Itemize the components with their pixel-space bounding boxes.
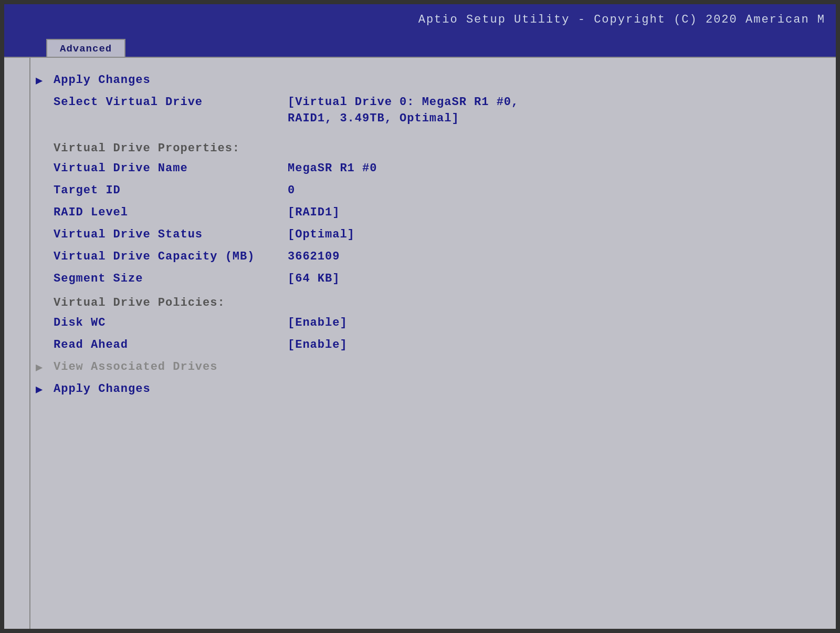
select-virtual-drive-value: [Virtual Drive 0: MegaSR R1 #0, RAID1, 3… [288,95,519,127]
view-associated-drives-arrow: ▶ [36,360,48,375]
apply-changes-top-arrow: ▶ [36,74,48,88]
apply-changes-bottom-item[interactable]: ▶ Apply Changes [36,381,804,401]
raid-level-label: RAID Level [36,205,288,221]
main-area: ▶ Apply Changes Select Virtual Drive [Vi… [4,57,836,629]
virtual-drive-capacity-label: Virtual Drive Capacity (MB) [36,249,288,265]
select-virtual-drive-value-line2: RAID1, 3.49TB, Optimal] [288,111,519,127]
tab-advanced[interactable]: Advanced [46,39,125,57]
virtual-drive-capacity-item[interactable]: Virtual Drive Capacity (MB) 3662109 [36,249,804,269]
segment-size-item[interactable]: Segment Size [64 KB] [36,271,804,291]
select-virtual-drive-value-line1: [Virtual Drive 0: MegaSR R1 #0, [288,95,519,111]
virtual-drive-status-item[interactable]: Virtual Drive Status [Optimal] [36,227,804,247]
virtual-drive-name-label: Virtual Drive Name [36,161,288,177]
bios-screen: Aptio Setup Utility - Copyright (C) 2020… [0,0,840,633]
apply-changes-top-item[interactable]: ▶ Apply Changes [36,72,804,92]
virtual-drive-name-value: MegaSR R1 #0 [288,161,377,177]
raid-level-value: [RAID1] [288,205,340,221]
raid-level-item[interactable]: RAID Level [RAID1] [36,205,804,225]
target-id-value: 0 [288,183,295,199]
virtual-drive-status-value: [Optimal] [288,227,355,243]
select-virtual-drive-item[interactable]: Select Virtual Drive [Virtual Drive 0: M… [36,95,804,127]
apply-changes-bottom-arrow: ▶ [36,382,48,397]
segment-size-label: Segment Size [36,271,288,287]
virtual-drive-policies-section: Virtual Drive Policies: [36,293,804,313]
tab-row: Advanced [4,35,836,57]
virtual-drive-name-item[interactable]: Virtual Drive Name MegaSR R1 #0 [36,161,804,181]
app-title: Aptio Setup Utility - Copyright (C) 2020… [418,13,825,26]
disk-wc-value: [Enable] [288,315,348,331]
read-ahead-value: [Enable] [288,337,348,354]
target-id-label: Target ID [36,183,288,199]
segment-size-value: [64 KB] [288,271,340,287]
view-associated-drives-label: View Associated Drives [54,359,306,376]
target-id-item[interactable]: Target ID 0 [36,183,804,203]
virtual-drive-status-label: Virtual Drive Status [36,227,288,243]
select-virtual-drive-label: Select Virtual Drive [36,95,288,111]
virtual-drive-properties-section: Virtual Drive Properties: [36,139,804,159]
top-bar: Aptio Setup Utility - Copyright (C) 2020… [4,4,836,35]
read-ahead-item[interactable]: Read Ahead [Enable] [36,337,804,357]
virtual-drive-capacity-value: 3662109 [288,249,340,265]
view-associated-drives-item[interactable]: ▶ View Associated Drives [36,359,804,379]
apply-changes-bottom-label: Apply Changes [54,381,306,398]
apply-changes-top-label: Apply Changes [54,72,306,89]
read-ahead-label: Read Ahead [36,337,288,354]
disk-wc-item[interactable]: Disk WC [Enable] [36,315,804,335]
disk-wc-label: Disk WC [36,315,288,331]
